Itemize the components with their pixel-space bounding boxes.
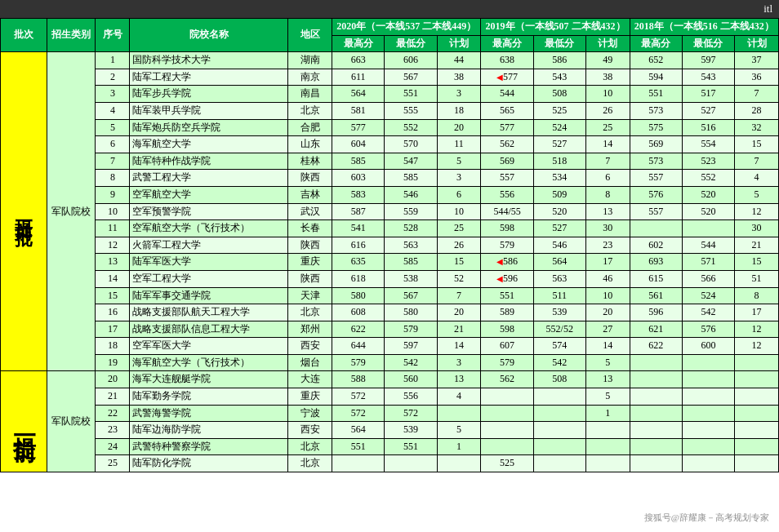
row-2018plan	[735, 422, 779, 439]
row-2018max: 561	[630, 287, 682, 304]
h-2020plan: 计划	[437, 35, 481, 52]
row-2019min	[533, 422, 585, 439]
row-2020plan: 26	[437, 237, 481, 254]
row-name: 陆军军事交通学院	[130, 287, 288, 304]
table-row: 12火箭军工程大学陕西616563265795462360254421	[1, 237, 779, 254]
row-id: 5	[96, 119, 130, 136]
row-2020min: 579	[385, 321, 437, 338]
zhaosheng-label-2: 军队院校	[47, 371, 96, 472]
row-2020plan: 3	[437, 170, 481, 187]
row-name: 空军工程大学	[130, 270, 288, 287]
table-row: 5陆军炮兵防空兵学院合肥577552205775242557551632	[1, 119, 779, 136]
row-diqu: 西安	[288, 422, 332, 439]
row-id: 25	[96, 455, 130, 472]
row-2018plan: 12	[735, 338, 779, 355]
row-2019plan: 14	[585, 338, 630, 355]
row-2018plan: 21	[735, 237, 779, 254]
row-2020max: 580	[332, 287, 385, 304]
row-2018max: 557	[630, 170, 682, 187]
row-2019max: 562	[481, 371, 533, 388]
table-row: 3陆军步兵学院南昌5645513544508105515177	[1, 86, 779, 103]
row-2020plan: 1	[437, 438, 481, 455]
row-id: 20	[96, 371, 130, 388]
row-diqu: 山东	[288, 136, 332, 153]
row-diqu: 陕西	[288, 170, 332, 187]
row-2018max: 594	[630, 69, 682, 86]
row-2019min: 552/52	[533, 321, 585, 338]
row-2018plan: 51	[735, 270, 779, 287]
row-diqu: 武汉	[288, 203, 332, 220]
row-2019plan: 13	[585, 203, 630, 220]
row-2020min: 551	[385, 438, 437, 455]
table-row: 18空军军医大学西安644597146075741462260012	[1, 338, 779, 355]
row-2018max	[630, 438, 682, 455]
row-2020min: 567	[385, 69, 437, 86]
row-2020plan: 4	[437, 388, 481, 406]
table-row: 21陆军勤务学院重庆57255645	[1, 388, 779, 406]
row-2020max	[332, 455, 385, 472]
row-2018min	[682, 354, 734, 371]
row-diqu: 北京	[288, 102, 332, 119]
row-2019max: 556	[481, 186, 533, 203]
row-2019plan: 38	[585, 69, 630, 86]
row-2018min	[682, 371, 734, 388]
row-2020plan: 11	[437, 136, 481, 153]
row-2020max: 663	[332, 52, 385, 69]
row-2020min: 552	[385, 119, 437, 136]
row-2019max	[481, 405, 533, 422]
row-2020plan: 21	[437, 321, 481, 338]
row-id: 11	[96, 220, 130, 237]
table-row: 提前一军队院校20海军大连舰艇学院大连5885601356250813	[1, 371, 779, 388]
row-name: 陆军防化学院	[130, 455, 288, 472]
row-2018max: 652	[630, 52, 682, 69]
row-2019plan: 23	[585, 237, 630, 254]
table-row: 11空军航空大学（飞行技术）长春541528255985273030	[1, 220, 779, 237]
row-2020plan: 38	[437, 69, 481, 86]
row-diqu: 大连	[288, 371, 332, 388]
row-2018plan: 30	[735, 220, 779, 237]
row-diqu: 北京	[288, 438, 332, 455]
h-2018min: 最低分	[682, 35, 734, 52]
row-id: 12	[96, 237, 130, 254]
row-2019plan: 5	[585, 388, 630, 406]
row-name: 陆军炮兵防空兵学院	[130, 119, 288, 136]
row-2018min: 543	[682, 69, 734, 86]
row-2019plan: 49	[585, 52, 630, 69]
row-2018max: 621	[630, 321, 682, 338]
h-2018max: 最高分	[630, 35, 682, 52]
col-pici: 批次	[1, 19, 47, 52]
row-2019plan: 8	[585, 186, 630, 203]
top-bar: itl	[0, 0, 779, 18]
row-id: 23	[96, 422, 130, 439]
row-2020min: 551	[385, 86, 437, 103]
top-bar-right: itl	[763, 2, 772, 16]
main-table: 批次 招生类别 序号 院校名称 地区 2020年（一本线537 二本线449） …	[0, 18, 779, 472]
row-2019min: 524	[533, 119, 585, 136]
row-2019min: 527	[533, 220, 585, 237]
row-name: 海军航空大学（飞行技术）	[130, 354, 288, 371]
table-row: 2陆军工程大学南京61156738◀5775433859454336	[1, 69, 779, 86]
table-row: 13陆军军医大学重庆63558515◀5865641769357115	[1, 254, 779, 271]
row-2019plan: 10	[585, 287, 630, 304]
row-2018min	[682, 405, 734, 422]
row-2018plan: 7	[735, 86, 779, 103]
col-2020: 2020年（一本线537 二本线449）	[332, 19, 481, 36]
row-2019min: 518	[533, 153, 585, 170]
row-2019min: 520	[533, 203, 585, 220]
row-2018max	[630, 422, 682, 439]
row-id: 8	[96, 170, 130, 187]
row-diqu: 重庆	[288, 254, 332, 271]
row-2020plan: 13	[437, 371, 481, 388]
row-2018plan	[735, 371, 779, 388]
row-2020min: 559	[385, 203, 437, 220]
row-2020max: 541	[332, 220, 385, 237]
row-id: 24	[96, 438, 130, 455]
row-2019min: 527	[533, 136, 585, 153]
row-2020min	[385, 455, 437, 472]
row-2018min: 520	[682, 203, 734, 220]
row-2019plan	[585, 438, 630, 455]
row-2019plan: 10	[585, 86, 630, 103]
row-name: 空军航空大学	[130, 186, 288, 203]
row-2020max: 572	[332, 388, 385, 406]
h-2018plan: 计划	[735, 35, 779, 52]
